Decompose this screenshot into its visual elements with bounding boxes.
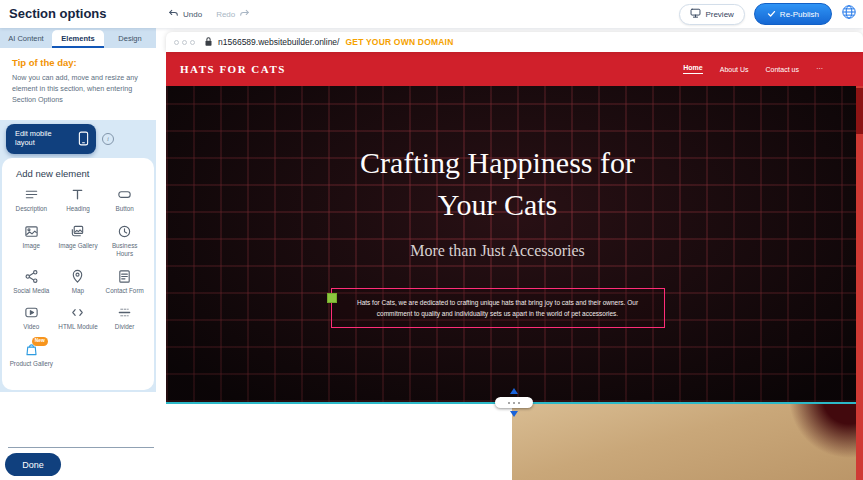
section-resize-handle[interactable] xyxy=(495,397,533,408)
drag-handle[interactable] xyxy=(327,293,337,303)
new-badge: New xyxy=(32,337,48,346)
nav-about[interactable]: About Us xyxy=(720,66,749,73)
monitor-icon xyxy=(690,8,701,20)
hero-section: Crafting Happiness for Your Cats More th… xyxy=(166,86,863,402)
element-label: Image xyxy=(23,242,41,250)
site-scrollbar-track[interactable] xyxy=(856,52,863,480)
hero-subtitle[interactable]: More than Just Accessories xyxy=(410,242,585,260)
element-label: Description xyxy=(16,205,48,213)
element-divider[interactable]: Divider xyxy=(101,305,148,331)
info-icon[interactable]: i xyxy=(102,133,114,145)
section-options-panel: AI Content Elements Design Tip of the da… xyxy=(0,28,156,480)
element-label: Heading xyxy=(66,205,89,213)
history-controls: Undo Redo xyxy=(168,0,250,28)
hero-title[interactable]: Crafting Happiness for Your Cats xyxy=(360,142,635,226)
panel-tabbar: AI Content Elements Design xyxy=(0,28,156,48)
tip-title: Tip of the day: xyxy=(12,57,144,68)
resize-up-arrow[interactable] xyxy=(510,388,518,394)
element-button[interactable]: Button xyxy=(101,187,148,213)
nav-home[interactable]: Home xyxy=(683,64,702,74)
tab-ai-content[interactable]: AI Content xyxy=(0,28,52,48)
element-html-module[interactable]: HTML Module xyxy=(55,305,102,331)
phone-icon xyxy=(78,130,89,149)
topbar-actions: Preview Re-Publish xyxy=(679,0,857,28)
preview-button[interactable]: Preview xyxy=(679,4,744,25)
tab-elements[interactable]: Elements xyxy=(52,30,104,48)
republish-button[interactable]: Re-Publish xyxy=(754,3,832,25)
site-url: n1566589.websitebuilder.online/ xyxy=(218,37,339,47)
app-window: Section options Undo Redo Preview xyxy=(0,0,863,480)
preview-label: Preview xyxy=(705,10,733,19)
button-icon xyxy=(117,187,132,202)
heading-icon xyxy=(70,187,85,202)
element-contact-form[interactable]: Contact Form xyxy=(101,269,148,295)
element-video[interactable]: Video xyxy=(8,305,55,331)
site-header: HATS FOR CATS Home About Us Contact us ⋯ xyxy=(166,52,863,86)
video-icon xyxy=(24,305,39,320)
add-element-card: Add new element Description Heading Butt… xyxy=(2,158,154,390)
site-scrollbar-thumb[interactable] xyxy=(856,88,863,134)
add-element-title: Add new element xyxy=(16,168,148,179)
resize-down-arrow[interactable] xyxy=(510,411,518,417)
element-map[interactable]: Map xyxy=(55,269,102,295)
element-social-media[interactable]: Social Media xyxy=(8,269,55,295)
element-label: Product Gallery xyxy=(10,360,53,368)
social-media-icon xyxy=(24,269,39,284)
element-image-gallery[interactable]: Image Gallery xyxy=(55,224,102,258)
get-domain-link[interactable]: GET YOUR OWN DOMAIN xyxy=(345,37,453,47)
window-dots-icon xyxy=(174,40,195,45)
element-label: Business Hours xyxy=(103,242,147,258)
element-label: Image Gallery xyxy=(58,242,97,250)
next-section-image xyxy=(512,404,856,480)
site-nav: Home About Us Contact us ⋯ xyxy=(683,64,823,74)
contact-form-icon xyxy=(117,269,132,284)
check-icon xyxy=(767,9,776,20)
redo-icon xyxy=(239,8,250,21)
redo-label: Redo xyxy=(216,10,235,19)
undo-icon xyxy=(168,8,179,21)
hero-title-line2: Your Cats xyxy=(360,184,635,226)
site-logo[interactable]: HATS FOR CATS xyxy=(180,63,286,75)
undo-button[interactable]: Undo xyxy=(168,8,202,21)
panel-divider xyxy=(8,447,154,448)
nav-contact[interactable]: Contact us xyxy=(766,66,799,73)
preview-browser-bar: n1566589.websitebuilder.online/ GET YOUR… xyxy=(166,32,863,52)
tip-body: Now you can add, move and resize any ele… xyxy=(12,73,144,105)
undo-label: Undo xyxy=(183,10,202,19)
element-heading[interactable]: Heading xyxy=(55,187,102,213)
language-globe-button[interactable] xyxy=(841,4,857,24)
element-business-hours[interactable]: Business Hours xyxy=(101,224,148,258)
image-icon xyxy=(24,224,39,239)
element-product-gallery[interactable]: New Product Gallery xyxy=(8,342,55,368)
divider-icon xyxy=(117,305,132,320)
map-icon xyxy=(70,269,85,284)
image-gallery-icon xyxy=(70,224,85,239)
hero-paragraph: Hats for Cats, we are dedicated to craft… xyxy=(357,299,638,317)
redo-button[interactable]: Redo xyxy=(216,8,250,21)
done-button[interactable]: Done xyxy=(5,453,61,476)
element-label: HTML Module xyxy=(58,323,97,331)
element-label: Button xyxy=(116,205,134,213)
element-grid: Description Heading Button Image Image G xyxy=(8,187,148,368)
edit-mobile-layout-button[interactable]: Edit mobile layout xyxy=(6,124,96,154)
element-image[interactable]: Image xyxy=(8,224,55,258)
page-title: Section options xyxy=(9,0,107,28)
globe-icon xyxy=(841,4,857,24)
element-label: Map xyxy=(72,287,84,295)
element-label: Video xyxy=(23,323,39,331)
edit-mobile-label: Edit mobile layout xyxy=(15,130,73,148)
selected-paragraph-element[interactable]: Hats for Cats, we are dedicated to craft… xyxy=(331,288,665,328)
element-label: Social Media xyxy=(13,287,49,295)
lock-icon xyxy=(204,33,213,51)
tip-of-the-day: Tip of the day: Now you can add, move an… xyxy=(0,48,156,120)
site-preview: HATS FOR CATS Home About Us Contact us ⋯… xyxy=(166,52,863,480)
element-label: Contact Form xyxy=(106,287,144,295)
nav-more-icon[interactable]: ⋯ xyxy=(816,65,823,73)
element-description[interactable]: Description xyxy=(8,187,55,213)
republish-label: Re-Publish xyxy=(780,10,819,19)
tab-design[interactable]: Design xyxy=(104,28,156,48)
business-hours-icon xyxy=(117,224,132,239)
description-icon xyxy=(24,187,39,202)
editor-topbar: Section options Undo Redo Preview xyxy=(0,0,863,28)
hero-title-line1: Crafting Happiness for xyxy=(360,142,635,184)
